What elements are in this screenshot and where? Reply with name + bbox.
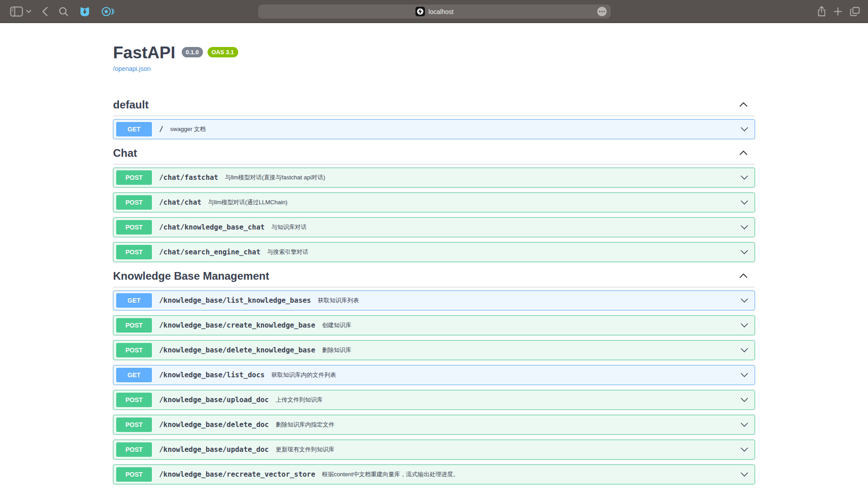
method-badge: GET [116,293,152,308]
sidebar-toggle-icon[interactable] [10,6,23,17]
chevron-up-icon [739,272,748,280]
api-info-header: FastAPI 0.1.0 OAS 3.1 [113,43,755,63]
endpoint-row[interactable]: POST/chat/knowledge_base_chat与知识库对话 [113,217,755,237]
endpoint-description: 与搜索引擎对话 [267,248,308,256]
api-sections: defaultGET/swagger 文档ChatPOST/chat/fastc… [113,96,755,484]
tab-overview-icon[interactable] [850,7,860,16]
method-badge: POST [116,442,152,457]
endpoint-description: 根据content中文档重建向量库，流式输出处理进度。 [322,470,459,479]
chevron-down-icon [741,398,748,402]
endpoint-path: /knowledge_base/list_knowledge_bases [159,296,311,305]
endpoint-row[interactable]: POST/chat/chat与llm模型对话(通过LLMChain) [113,192,755,212]
chevron-up-icon [739,101,748,109]
endpoint-description: 与llm模型对话(通过LLMChain) [208,198,288,206]
endpoint-description: 更新现有文件到知识库 [276,446,335,454]
endpoint-description: 删除知识库 [322,346,351,354]
endpoint-description: 与知识库对话 [271,223,307,231]
method-badge: POST [116,220,152,235]
swagger-page: FastAPI 0.1.0 OAS 3.1 /openapi.json defa… [0,23,868,488]
endpoint-path: /knowledge_base/delete_knowledge_base [159,346,315,354]
method-badge: POST [116,170,152,185]
chevron-down-icon [741,250,748,254]
method-badge: POST [116,467,152,482]
chevron-down-icon [741,298,748,303]
chevron-down-icon [741,422,748,427]
section-title: Knowledge Base Management [113,270,269,282]
chevron-down-icon [741,225,748,230]
method-badge: GET [116,368,152,382]
extension-shield-download-icon[interactable] [79,6,90,17]
endpoint-description: 获取知识库内的文件列表 [271,371,336,379]
endpoint-path: /chat/search_engine_chat [159,248,260,256]
back-icon[interactable] [42,7,48,16]
endpoint-row[interactable]: POST/chat/fastchat与llm模型对话(直接与fastchat a… [113,168,755,188]
search-icon[interactable] [59,7,68,16]
extensions-ellipsis-icon[interactable] [597,7,607,16]
endpoint-description: 删除知识库内指定文件 [276,421,335,429]
method-badge: POST [116,393,152,407]
endpoint-row[interactable]: GET/knowledge_base/list_docs获取知识库内的文件列表 [113,365,755,385]
endpoint-list: GET/swagger 文档 [113,116,755,139]
page-title: FastAPI [113,43,175,63]
openapi-spec-link[interactable]: /openapi.json [113,65,151,72]
endpoint-path: /knowledge_base/create_knowledge_base [159,321,315,329]
chevron-up-icon [739,149,748,157]
api-section: Knowledge Base ManagementGET/knowledge_b… [113,267,755,484]
endpoint-list: POST/chat/fastchat与llm模型对话(直接与fastchat a… [113,164,755,262]
chevron-down-icon[interactable] [26,10,31,13]
method-badge: POST [116,418,152,432]
section-header[interactable]: Chat [113,145,755,164]
method-badge: POST [116,318,152,333]
endpoint-path: /chat/chat [159,198,201,206]
chevron-down-icon [741,348,748,352]
endpoint-row[interactable]: POST/knowledge_base/create_knowledge_bas… [113,315,755,335]
endpoint-description: 获取知识库列表 [318,296,359,305]
endpoint-path: / [159,125,163,133]
endpoint-description: swagger 文档 [170,125,206,133]
oas-badge: OAS 3.1 [208,47,238,57]
endpoint-row[interactable]: POST/knowledge_base/upload_doc上传文件到知识库 [113,390,755,410]
endpoint-description: 创建知识库 [322,321,351,329]
endpoint-path: /knowledge_base/delete_doc [159,421,269,429]
endpoint-row[interactable]: GET/knowledge_base/list_knowledge_bases获… [113,291,755,310]
section-title: default [113,99,149,111]
endpoint-row[interactable]: POST/knowledge_base/recreate_vector_stor… [113,465,755,484]
chevron-down-icon [741,373,748,377]
chevron-down-icon [741,447,748,452]
endpoint-path: /knowledge_base/upload_doc [159,396,269,404]
endpoint-row[interactable]: POST/knowledge_base/update_doc更新现有文件到知识库 [113,440,755,460]
fastapi-favicon-icon [415,7,425,16]
extension-target-waves-icon[interactable] [101,6,114,17]
address-bar[interactable]: localhost [258,5,611,19]
chevron-down-icon [741,472,748,477]
api-section: ChatPOST/chat/fastchat与llm模型对话(直接与fastch… [113,145,755,262]
endpoint-path: /chat/knowledge_base_chat [159,223,264,231]
browser-toolbar: localhost [0,0,868,23]
chevron-down-icon [741,127,748,131]
api-section: defaultGET/swagger 文档 [113,96,755,139]
section-header[interactable]: Knowledge Base Management [113,267,755,287]
endpoint-list: GET/knowledge_base/list_knowledge_bases获… [113,287,755,484]
section-header[interactable]: default [113,96,755,116]
chevron-down-icon [741,323,748,328]
method-badge: GET [116,122,152,136]
endpoint-path: /knowledge_base/list_docs [159,371,264,379]
endpoint-path: /chat/fastchat [159,174,218,182]
address-text: localhost [429,8,453,15]
version-badge: 0.1.0 [182,47,203,57]
endpoint-row[interactable]: POST/knowledge_base/delete_doc删除知识库内指定文件 [113,415,755,435]
endpoint-path: /knowledge_base/recreate_vector_store [159,470,315,479]
endpoint-path: /knowledge_base/update_doc [159,446,269,454]
chevron-down-icon [741,200,748,205]
section-title: Chat [113,147,137,160]
chevron-down-icon [741,175,748,180]
method-badge: POST [116,245,152,259]
endpoint-row[interactable]: GET/swagger 文档 [113,119,755,139]
endpoint-description: 上传文件到知识库 [276,396,323,404]
method-badge: POST [116,195,152,210]
endpoint-row[interactable]: POST/chat/search_engine_chat与搜索引擎对话 [113,242,755,262]
share-icon[interactable] [817,6,826,17]
endpoint-row[interactable]: POST/knowledge_base/delete_knowledge_bas… [113,340,755,360]
method-badge: POST [116,343,152,357]
new-tab-icon[interactable] [834,7,842,16]
